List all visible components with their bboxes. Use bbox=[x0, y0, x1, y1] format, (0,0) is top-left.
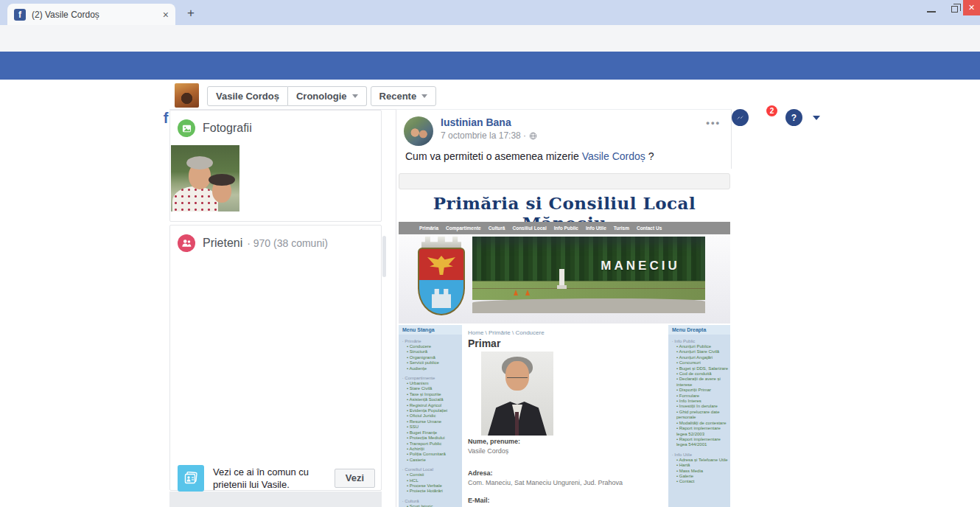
menu-link[interactable]: Urbanism bbox=[407, 381, 461, 386]
field-label: Adresa: bbox=[468, 469, 493, 477]
post-card: Iustinian Bana 7 octombrie la 17:38 · ••… bbox=[396, 109, 732, 507]
menu-link[interactable]: Poliția Comunitară bbox=[407, 452, 461, 457]
site-banner: MANECIU bbox=[399, 234, 730, 324]
menu-link[interactable]: Buget Finanțe bbox=[407, 430, 461, 436]
menu-link[interactable]: Registrul Agricol bbox=[407, 403, 461, 408]
see-common-friends-button[interactable]: Vezi bbox=[335, 469, 375, 488]
window-close-button[interactable]: ✕ bbox=[963, 0, 980, 15]
site-breadcrumb[interactable]: Home \ Primărie \ Conducere bbox=[468, 329, 545, 336]
browser-toolbar: ← → ↻ https://www.facebook.com/vasile.co… bbox=[0, 25, 980, 52]
menu-link[interactable]: Structură bbox=[407, 349, 461, 354]
site-nav-item[interactable]: Info Public bbox=[554, 225, 578, 231]
menu-link[interactable]: Formulare bbox=[676, 394, 729, 399]
scrollbar-thumb[interactable] bbox=[382, 236, 386, 277]
field-value: Com. Maneciu, Sat Maneciu Ungureni, Jud.… bbox=[468, 479, 623, 486]
menu-link[interactable]: Conducere bbox=[407, 344, 461, 349]
profile-thumbnail-avatar[interactable] bbox=[175, 83, 199, 108]
tab-close-icon[interactable]: × bbox=[163, 9, 169, 21]
timeline-dropdown[interactable]: Cronologie bbox=[288, 86, 367, 106]
menu-link[interactable]: Raport implementare legea 544/2001 bbox=[676, 437, 729, 448]
messenger-icon[interactable] bbox=[732, 109, 749, 126]
menu-link[interactable]: Audiențe bbox=[407, 366, 461, 371]
site-nav-item[interactable]: Cultură bbox=[489, 225, 505, 231]
menu-link[interactable]: Cod de conduită bbox=[676, 371, 729, 377]
post-text: Cum va permiteti o asemenea mizerie Vasi… bbox=[405, 150, 654, 162]
help-icon[interactable]: ? bbox=[785, 109, 802, 126]
chevron-down-icon bbox=[352, 94, 358, 98]
facebook-header: f Dimache Acasă Creează 2 ? bbox=[0, 52, 980, 80]
browser-window: f (2) Vasile Cordoș × + ✕ ← → ↻ https://… bbox=[0, 0, 980, 507]
profile-name-button[interactable]: Vasile Cordoș bbox=[207, 86, 288, 106]
coat-of-arms bbox=[413, 237, 469, 321]
menu-link[interactable]: Resurse Umane bbox=[407, 419, 461, 424]
menu-link[interactable]: Ghid prelucrare date personale bbox=[676, 410, 729, 421]
site-nav-bar: PrimăriaCompartimenteCulturăConsiliul Lo… bbox=[399, 222, 730, 234]
post-author-avatar[interactable] bbox=[404, 116, 433, 146]
tab-strip: f (2) Vasile Cordoș × + ✕ bbox=[0, 0, 980, 25]
menu-link[interactable]: Servicii publice bbox=[407, 360, 461, 366]
menu-link[interactable]: Hartă bbox=[676, 463, 729, 468]
menu-link[interactable]: SSU bbox=[407, 424, 461, 430]
menu-link[interactable]: Stare Civilă bbox=[407, 386, 461, 391]
photos-section-title[interactable]: Fotografii bbox=[203, 122, 252, 135]
field-label: E-Mail: bbox=[468, 497, 490, 504]
friends-icon bbox=[178, 234, 195, 252]
menu-link[interactable]: Raport implementare legea 52/2003 bbox=[676, 426, 729, 437]
site-nav-item[interactable]: Contact Us bbox=[637, 225, 662, 231]
menu-link[interactable]: Oficiul Juridic bbox=[407, 413, 461, 419]
menu-link[interactable]: Declarații de avere și interese bbox=[676, 377, 729, 388]
menu-link[interactable]: Transport Public bbox=[407, 441, 461, 447]
window-minimize-button[interactable] bbox=[927, 11, 936, 13]
post-mention-link[interactable]: Vasile Cordoș bbox=[582, 150, 645, 162]
menu-link[interactable]: Scurt Istoric bbox=[407, 504, 461, 507]
site-nav-item[interactable]: Info Utile bbox=[586, 225, 606, 231]
monument bbox=[559, 269, 564, 285]
menu-link[interactable]: Anunțuri Angajări bbox=[676, 355, 729, 360]
screenshot-chrome-strip bbox=[399, 173, 730, 189]
menu-link[interactable]: Dispoziții Primar bbox=[676, 388, 729, 393]
menu-link[interactable]: Mass Media bbox=[676, 469, 729, 474]
post-author-name[interactable]: Iustinian Bana bbox=[441, 116, 511, 128]
window-restore-button[interactable] bbox=[951, 6, 958, 13]
menu-link[interactable]: Galerie bbox=[676, 474, 729, 479]
maneciu-sign: MANECIU bbox=[581, 259, 699, 273]
new-tab-button[interactable]: + bbox=[187, 6, 195, 21]
site-menu-right: Menu Dreapta Info Public Anunțuri Public… bbox=[668, 325, 730, 507]
menu-link[interactable]: Buget și DDS, Salarizare bbox=[676, 366, 729, 371]
menu-link[interactable]: Achiziții bbox=[407, 447, 461, 452]
menu-link[interactable]: Modalități de contestare bbox=[676, 421, 729, 426]
menu-link[interactable]: Taxe și Impozite bbox=[407, 392, 461, 397]
menu-link[interactable]: HCL bbox=[407, 478, 461, 483]
post-timestamp[interactable]: 7 octombrie la 17:38 · bbox=[441, 130, 537, 141]
menu-link[interactable]: Organigramă bbox=[407, 355, 461, 360]
menu-link[interactable]: Casierie bbox=[407, 458, 461, 463]
menu-link[interactable]: Evidența Populației bbox=[407, 408, 461, 413]
recent-dropdown[interactable]: Recente bbox=[371, 86, 437, 106]
menu-link[interactable]: Asistență Socială bbox=[407, 397, 461, 402]
site-nav-item[interactable]: Primăria bbox=[419, 225, 438, 231]
site-nav-item[interactable]: Consiliul Local bbox=[512, 225, 546, 231]
menu-link[interactable]: Anunțuri Publice bbox=[676, 344, 729, 349]
menu-link[interactable]: Procese Verbale bbox=[407, 483, 461, 489]
site-nav-item[interactable]: Compartimente bbox=[446, 225, 481, 231]
post-image[interactable]: Primăria si Consiliul Local Măneciu Prim… bbox=[397, 169, 732, 507]
menu-link[interactable]: Contact bbox=[676, 479, 729, 484]
contact-card-icon bbox=[178, 465, 204, 492]
account-menu-chevron-down-icon[interactable] bbox=[813, 116, 820, 120]
menu-link[interactable]: Comisii bbox=[407, 472, 461, 478]
menu-link[interactable]: Investiții în derulare bbox=[676, 404, 729, 409]
browser-tab[interactable]: f (2) Vasile Cordoș × bbox=[7, 4, 175, 25]
menu-link[interactable]: Concursuri bbox=[676, 360, 729, 366]
menu-link[interactable]: Proiecte Hotărâri bbox=[407, 489, 461, 494]
menu-link[interactable]: Anunțuri Stare Civilă bbox=[676, 349, 729, 354]
site-menu-left: Menu Stanga Primărie ConducereStructurăO… bbox=[399, 325, 462, 507]
menu-link[interactable]: Adresa și Telefoane Utile bbox=[676, 458, 729, 463]
friends-section-title[interactable]: Prieteni bbox=[203, 237, 242, 250]
photo-thumbnail[interactable] bbox=[171, 145, 239, 211]
menu-link[interactable]: Info Interes bbox=[676, 399, 729, 404]
eagle-emblem bbox=[427, 256, 455, 275]
post-options-icon[interactable]: ••• bbox=[706, 117, 721, 128]
chevron-down-icon bbox=[421, 94, 427, 98]
menu-link[interactable]: Protecția Mediului bbox=[407, 436, 461, 441]
site-nav-item[interactable]: Turism bbox=[614, 225, 629, 231]
